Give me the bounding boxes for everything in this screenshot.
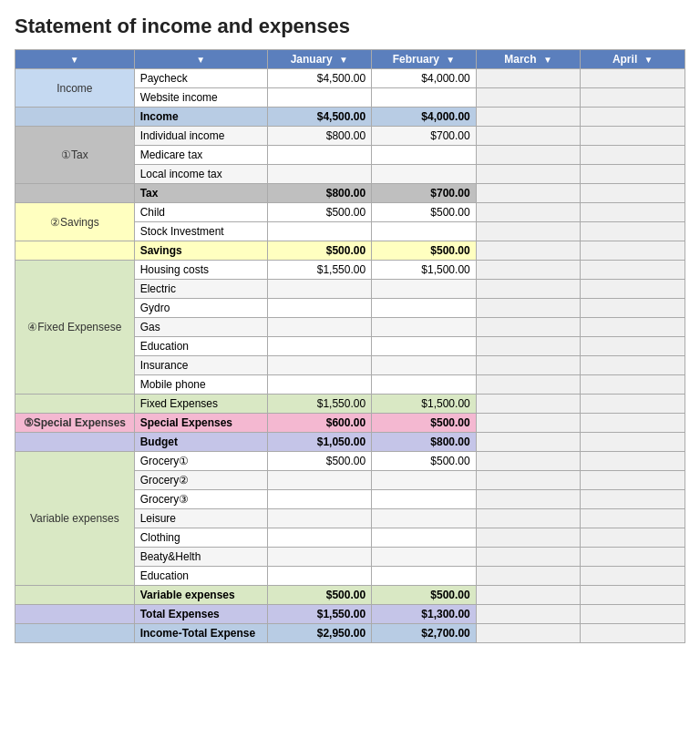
row-grocery2-label: Grocery② — [134, 471, 267, 490]
category-income: Income — [15, 69, 135, 108]
special-expenses-row: ⑤Special Expenses Special Expenses $600.… — [15, 414, 685, 433]
subtotal-savings-feb: $500.00 — [372, 241, 477, 261]
table-row: ①Tax Individual income $800.00 $700.00 — [15, 127, 685, 146]
page-title: Statement of income and expenses — [15, 15, 685, 38]
row-grocery3-apr — [581, 490, 685, 509]
row-electric-apr — [581, 280, 685, 299]
row-website-feb — [372, 88, 477, 108]
row-website-jan — [267, 88, 372, 108]
subtotal-fixed-row: Fixed Expenses $1,550.00 $1,500.00 — [15, 395, 685, 414]
col-april-header[interactable]: April ▼ — [581, 50, 685, 69]
subtotal-tax-apr — [581, 184, 685, 203]
row-grocery2-apr — [581, 471, 685, 490]
col1-header[interactable]: ▼ — [15, 50, 135, 69]
row-clothing-jan — [267, 528, 372, 548]
row-grocery1-label: Grocery① — [134, 452, 267, 471]
filter-icon-col1[interactable]: ▼ — [70, 55, 79, 65]
row-website-apr — [581, 88, 685, 108]
row-local-jan — [267, 165, 372, 184]
row-paycheck-apr — [581, 69, 685, 88]
budget-apr — [581, 433, 685, 452]
filter-icon-mar[interactable]: ▼ — [543, 55, 552, 65]
budget-label: Budget — [134, 433, 267, 452]
total-expenses-jan: $1,550.00 — [267, 605, 372, 624]
subtotal-special-mar — [476, 414, 581, 433]
col2-header[interactable]: ▼ — [134, 50, 267, 69]
row-grocery1-feb: $500.00 — [372, 452, 477, 471]
row-individual-feb: $700.00 — [372, 127, 477, 146]
subtotal-fixed-mar — [476, 395, 581, 414]
subtotal-savings-jan: $500.00 — [267, 241, 372, 261]
total-expenses-apr — [581, 605, 685, 624]
row-education-var-mar — [476, 567, 581, 586]
row-gydro-label: Gydro — [134, 299, 267, 318]
subtotal-variable-mar — [476, 586, 581, 605]
row-grocery1-mar — [476, 452, 581, 471]
subtotal-fixed-apr — [581, 395, 685, 414]
subtotal-fixed-feb: $1,500.00 — [372, 395, 477, 414]
category-special: ⑤Special Expenses — [15, 414, 135, 433]
budget-feb: $800.00 — [372, 433, 477, 452]
row-education-var-label: Education — [134, 567, 267, 586]
col-january-header[interactable]: January ▼ — [267, 50, 372, 69]
income-expense-table: ▼ ▼ January ▼ February ▼ March ▼ April ▼ — [15, 49, 685, 643]
subtotal-special-apr — [581, 414, 685, 433]
row-child-label: Child — [134, 203, 267, 222]
subtotal-savings-label: Savings — [134, 241, 267, 261]
budget-cat — [15, 433, 135, 452]
row-child-mar — [476, 203, 581, 222]
col-february-header[interactable]: February ▼ — [372, 50, 477, 69]
row-electric-label: Electric — [134, 280, 267, 299]
row-medicare-mar — [476, 146, 581, 165]
row-individual-apr — [581, 127, 685, 146]
row-local-apr — [581, 165, 685, 184]
filter-icon-col2[interactable]: ▼ — [196, 55, 205, 65]
row-leisure-feb — [372, 509, 477, 528]
row-website-label: Website income — [134, 88, 267, 108]
category-variable: Variable expenses — [15, 452, 135, 586]
row-stock-apr — [581, 222, 685, 241]
row-grocery3-feb — [372, 490, 477, 509]
row-individual-mar — [476, 127, 581, 146]
row-paycheck-feb: $4,000.00 — [372, 69, 477, 88]
subtotal-savings-mar — [476, 241, 581, 261]
row-education-var-feb — [372, 567, 477, 586]
row-education-fixed-mar — [476, 337, 581, 356]
row-paycheck-jan: $4,500.00 — [267, 69, 372, 88]
row-local-mar — [476, 165, 581, 184]
filter-icon-apr[interactable]: ▼ — [644, 55, 654, 65]
filter-icon-feb[interactable]: ▼ — [446, 55, 455, 65]
subtotal-income-label: Income — [134, 108, 267, 127]
row-education-var-jan — [267, 567, 372, 586]
row-gydro-jan — [267, 299, 372, 318]
row-medicare-feb — [372, 146, 477, 165]
row-housing-jan: $1,550.00 — [267, 261, 372, 280]
subtotal-income-row: Income $4,500.00 $4,000.00 — [15, 108, 685, 127]
row-education-fixed-feb — [372, 337, 477, 356]
income-total-jan: $2,950.00 — [267, 624, 372, 643]
subtotal-income-apr — [581, 108, 685, 127]
subtotal-fixed-jan: $1,550.00 — [267, 395, 372, 414]
subtotal-special-feb: $500.00 — [372, 414, 477, 433]
income-total-cat — [15, 624, 135, 643]
row-grocery2-mar — [476, 471, 581, 490]
row-electric-feb — [372, 280, 477, 299]
income-total-apr — [581, 624, 685, 643]
subtotal-income-cat — [15, 108, 135, 127]
total-expenses-row: Total Expenses $1,550.00 $1,300.00 — [15, 605, 685, 624]
row-gas-label: Gas — [134, 318, 267, 337]
row-stock-label: Stock Investment — [134, 222, 267, 241]
row-beauty-mar — [476, 548, 581, 567]
category-tax: ①Tax — [15, 127, 135, 184]
filter-icon-jan[interactable]: ▼ — [339, 55, 348, 65]
col-march-header[interactable]: March ▼ — [476, 50, 581, 69]
row-housing-mar — [476, 261, 581, 280]
row-housing-apr — [581, 261, 685, 280]
income-total-row: Income-Total Expense $2,950.00 $2,700.00 — [15, 624, 685, 643]
total-expenses-cat — [15, 605, 135, 624]
row-beauty-jan — [267, 548, 372, 567]
row-housing-label: Housing costs — [134, 261, 267, 280]
income-total-label: Income-Total Expense — [134, 624, 267, 643]
row-mobile-jan — [267, 375, 372, 395]
row-clothing-mar — [476, 528, 581, 548]
